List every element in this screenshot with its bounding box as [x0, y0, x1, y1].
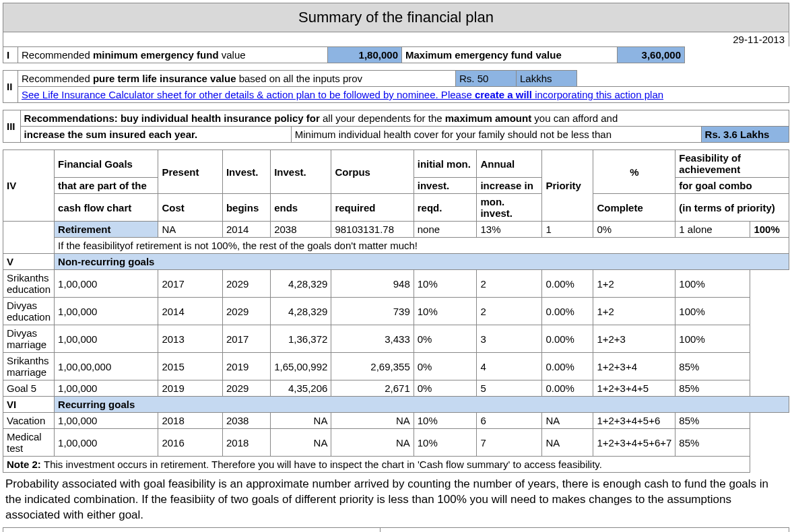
h-invest1: Invest. — [222, 150, 270, 194]
term-insurance-amount: Rs. 50 — [456, 71, 517, 87]
h-feas3: (in terms of priority) — [675, 194, 789, 222]
h-begins: begins — [222, 194, 270, 222]
nonrecurring-header: Non-recurring goals — [55, 254, 789, 270]
roman-6: VI — [3, 397, 55, 413]
h-cost: Cost — [158, 194, 223, 222]
max-fund-value: 3,60,000 — [618, 47, 685, 63]
goal-row: Divyas marriage1,00,000201320171,36,3723… — [3, 325, 789, 353]
h-percent: % — [593, 150, 675, 194]
roman-2: II — [3, 71, 18, 103]
h-corpus: Corpus — [331, 150, 414, 194]
term-insurance-unit: Lakkhs — [517, 71, 577, 87]
min-fund-label: Recommended minimum emergency fund value — [18, 47, 328, 63]
comments-label: Comments and suggestions welcome — [3, 527, 381, 532]
roman-3: III — [3, 110, 21, 143]
section-3: III Recommendations: buy individual heal… — [3, 110, 789, 143]
h-reqd: reqd. — [414, 194, 477, 222]
h-complete: Complete — [593, 194, 675, 222]
h-invest2: Invest. — [271, 150, 331, 194]
probability-paragraph: Probability associated with goal feasibi… — [3, 473, 789, 527]
health-min-amount: Rs. 3.6 Lakhs — [701, 127, 789, 143]
goal-row: Vacation1,00,00020182038NANA10%6NA1+2+3+… — [3, 413, 789, 429]
h-feas2: for goal combo — [675, 178, 789, 194]
retirement-note: If the feasibilityof retirement is not 1… — [55, 238, 789, 254]
h-ends: ends — [271, 194, 331, 222]
h-required: required — [331, 194, 414, 222]
h-annual2: increase in — [477, 178, 542, 194]
goal-row: Srikanths education1,00,000201720294,28,… — [3, 270, 789, 298]
min-fund-value: 1,80,000 — [328, 47, 402, 63]
h-priority: Priority — [542, 150, 593, 222]
h-initial2: invest. — [414, 178, 477, 194]
goal-row: Medical test1,00,00020162018NANA10%7NA1+… — [3, 429, 789, 457]
note2: Note 2: This investment occurs in retire… — [3, 457, 750, 473]
roman-1: I — [3, 47, 18, 63]
health-rec-line2-right: Minimum individual health cover for your… — [291, 127, 701, 143]
footer: Comments and suggestions welcome pattu@i… — [3, 527, 789, 532]
roman-4: IV — [3, 150, 55, 222]
goals-table: IV Financial Goals Present Invest. Inves… — [3, 149, 789, 473]
h-moninvest: mon. invest. — [477, 194, 542, 222]
retirement-row: Retirement NA 2014 2038 98103131.78 none… — [3, 222, 789, 238]
date: 29-11-2013 — [3, 32, 789, 46]
roman-5: V — [3, 254, 55, 270]
life-insurance-link[interactable]: See Life Insurance Calculator sheet for … — [18, 87, 789, 103]
term-insurance-label: Recommended pure term life insurance val… — [18, 71, 456, 87]
health-rec-line1: Recommendations: buy individual health i… — [20, 110, 789, 127]
max-fund-label: Maximum emergency fund value — [402, 47, 618, 63]
email-link[interactable]: pattu@iitm.ac.in — [381, 527, 789, 532]
section-1: I Recommended minimum emergency fund val… — [3, 46, 789, 63]
h-feas1: Feasibility of achievement — [675, 150, 789, 178]
recurring-header: Recurring goals — [55, 397, 789, 413]
h-goals-2: that are part of the — [55, 178, 158, 194]
h-initial1: initial mon. — [414, 150, 477, 178]
h-present: Present — [158, 150, 223, 194]
h-goals-3: cash flow chart — [55, 194, 158, 222]
goal-row: Divyas education1,00,000201420294,28,329… — [3, 298, 789, 325]
section-2: II Recommended pure term life insurance … — [3, 70, 789, 103]
page-title: Summary of the financial plan — [3, 3, 789, 32]
h-goals-1: Financial Goals — [55, 150, 158, 178]
health-rec-line2-left: increase the sum insured each year. — [20, 127, 291, 143]
goal-row: Srikanths marriage1,00,00,000201520191,6… — [3, 353, 789, 380]
h-annual1: Annual — [477, 150, 542, 178]
goal-row: Goal 51,00,000201920294,35,2062,6710%50.… — [3, 380, 789, 397]
